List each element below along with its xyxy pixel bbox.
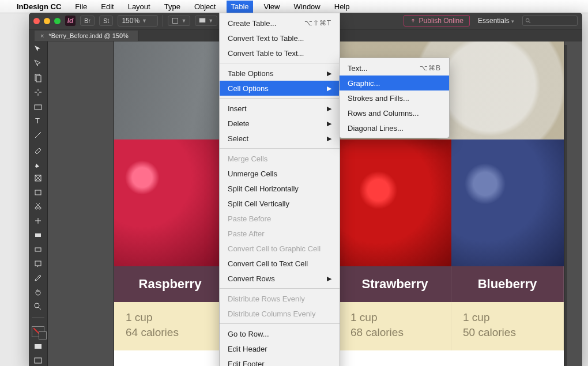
calories-value: 50 calories	[463, 325, 552, 340]
screen-mode-tool[interactable]	[31, 355, 46, 366]
menu-item-label: Graphic...	[348, 79, 380, 88]
minimize-button[interactable]	[44, 18, 50, 24]
menu-separator	[220, 63, 340, 63]
menu-item[interactable]: Unmerge Cells	[220, 166, 340, 181]
submenu-arrow-icon: ▶	[327, 70, 331, 77]
menu-item[interactable]: Create Table...⌥⇧⌘T	[220, 16, 340, 31]
pen-tool[interactable]	[31, 144, 46, 155]
menu-item[interactable]: Graphic...	[340, 76, 449, 90]
search-input[interactable]	[522, 16, 578, 26]
publish-label: Publish Online	[419, 17, 463, 25]
cell-options-submenu: Text...⌥⌘BGraphic...Strokes and Fills...…	[339, 58, 450, 138]
pencil-tool[interactable]	[31, 159, 46, 169]
submenu-arrow-icon: ▶	[327, 120, 331, 127]
table-header-cell[interactable]: Raspberry	[114, 266, 227, 302]
menu-item[interactable]: Convert Text to Table...	[220, 31, 340, 46]
rectangle-tool[interactable]	[31, 187, 46, 198]
menu-item[interactable]: Edit Header	[220, 341, 340, 356]
chevron-down-icon: ▼	[181, 18, 186, 24]
menu-help[interactable]: Help	[331, 1, 353, 12]
screen-mode-button[interactable]: ▼	[195, 16, 217, 26]
content-collector-tool[interactable]	[31, 101, 46, 112]
view-options-button[interactable]: ▼	[168, 16, 190, 26]
menu-type[interactable]: Type	[161, 1, 183, 12]
table-header-cell[interactable]: Blueberry	[451, 266, 564, 302]
document-tab[interactable]: × *Berry_Before.indd @ 150%	[35, 31, 138, 41]
type-tool[interactable]: T	[31, 115, 46, 126]
gradient-feather-tool[interactable]	[31, 244, 46, 255]
gradient-swatch-tool[interactable]	[31, 230, 46, 241]
stock-button[interactable]: St	[99, 16, 113, 26]
rectangle-frame-tool[interactable]	[31, 172, 46, 183]
image-raspberry	[114, 139, 227, 266]
hand-tool[interactable]	[31, 287, 46, 298]
menu-separator	[220, 288, 340, 289]
menu-item[interactable]: Insert▶	[220, 101, 340, 116]
menu-item[interactable]: Split Cell Vertically	[220, 196, 340, 211]
svg-point-17	[35, 207, 37, 209]
selection-tool[interactable]	[31, 44, 46, 55]
menu-item[interactable]: Strokes and Fills...	[340, 90, 449, 105]
maximize-button[interactable]	[54, 18, 61, 24]
line-tool[interactable]	[31, 130, 46, 141]
table-cell[interactable]: 1 cup 68 calories	[339, 302, 451, 350]
menu-item[interactable]: Select▶	[220, 131, 340, 146]
menu-layout[interactable]: Layout	[125, 1, 153, 12]
fill-stroke-swatch[interactable]	[32, 326, 44, 337]
eyedropper-tool[interactable]	[31, 273, 46, 284]
zoom-value: 150%	[122, 17, 140, 25]
menu-item[interactable]: Table Options▶	[220, 66, 340, 81]
gap-tool[interactable]	[31, 86, 46, 97]
menu-item[interactable]: Convert Table to Text...	[220, 46, 340, 61]
submenu-arrow-icon: ▶	[327, 85, 331, 92]
menu-item-label: Diagonal Lines...	[348, 124, 404, 133]
calories-value: 64 calories	[126, 325, 214, 340]
color-apply-button[interactable]	[31, 341, 46, 352]
toolbar-divider	[163, 15, 163, 27]
note-tool[interactable]	[31, 258, 46, 269]
zoom-level[interactable]: 150% ▼	[118, 15, 158, 27]
workspace-switcher[interactable]: Essentials ▾	[478, 17, 514, 25]
document-tab-label: *Berry_Before.indd @ 150%	[48, 32, 128, 39]
publish-online-button[interactable]: Publish Online	[404, 15, 470, 27]
menu-item[interactable]: Go to Row...	[220, 326, 340, 341]
menu-separator	[220, 148, 340, 149]
serving-value: 1 cup	[463, 310, 552, 325]
bridge-button[interactable]: Br	[80, 16, 95, 26]
menu-item[interactable]: Edit Footer	[220, 356, 340, 366]
menu-item-label: Delete	[228, 119, 250, 128]
menu-item-label: Convert Cell to Graphic Cell	[228, 244, 321, 253]
scissors-tool[interactable]	[31, 201, 46, 212]
menu-item[interactable]: Delete▶	[220, 116, 340, 131]
menu-item[interactable]: Convert Rows▶	[220, 271, 340, 286]
table-cell[interactable]: 1 cup 50 calories	[451, 302, 564, 350]
menu-item[interactable]: Rows and Columns...	[340, 105, 449, 120]
menu-app[interactable]: InDesign CC	[14, 1, 64, 12]
menu-edit[interactable]: Edit	[98, 1, 116, 12]
menu-shortcut: ⌥⌘B	[420, 64, 441, 72]
menu-item[interactable]: Text...⌥⌘B	[340, 61, 449, 76]
menu-table[interactable]: Table	[227, 1, 252, 13]
menu-item[interactable]: Diagonal Lines...	[340, 120, 449, 135]
menu-item-label: Create Table...	[228, 19, 276, 28]
menu-object[interactable]: Object	[191, 1, 219, 12]
menu-window[interactable]: Window	[291, 1, 323, 12]
menu-item[interactable]: Cell Options▶	[220, 81, 340, 96]
menu-item[interactable]: Convert Cell to Text Cell	[220, 256, 340, 271]
free-transform-tool[interactable]	[31, 216, 46, 227]
menu-file[interactable]: File	[72, 1, 90, 12]
svg-rect-19	[35, 233, 41, 237]
close-tab-icon[interactable]: ×	[40, 32, 44, 39]
zoom-tool[interactable]	[31, 301, 46, 312]
menu-item-label: Distribute Rows Evenly	[228, 295, 305, 303]
table-header-cell[interactable]: Strawberry	[339, 266, 451, 302]
svg-rect-0	[173, 18, 178, 24]
table-cell[interactable]: 1 cup 64 calories	[114, 302, 227, 350]
menu-view[interactable]: View	[261, 1, 283, 12]
close-button[interactable]	[33, 18, 40, 24]
menu-item-label: Convert Cell to Text Cell	[228, 259, 308, 268]
page-tool[interactable]	[31, 73, 46, 84]
direct-selection-tool[interactable]	[31, 58, 46, 69]
menu-item-label: Rows and Columns...	[348, 109, 419, 118]
menu-item[interactable]: Split Cell Horizontally	[220, 181, 340, 196]
